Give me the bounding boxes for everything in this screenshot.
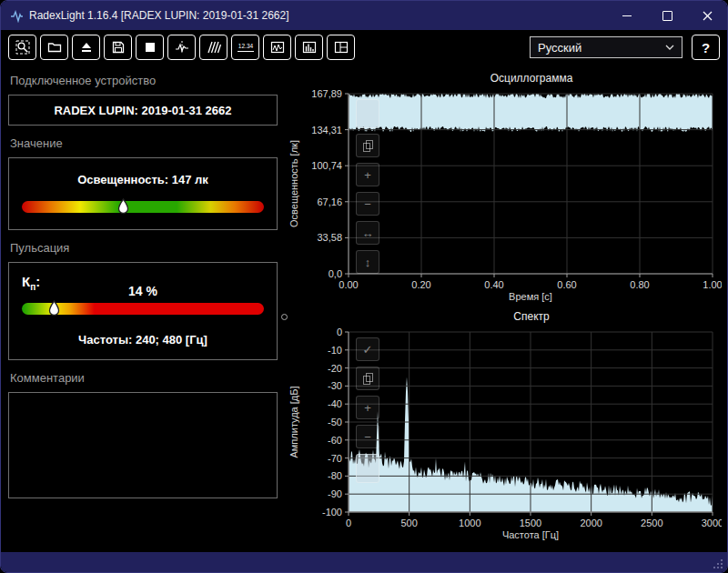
- x-tick-label: 2500: [641, 518, 662, 528]
- app-window: RadexLight 1.16.4 [RADEX LUPIN: 2019-01-…: [0, 0, 728, 573]
- zoom-in-icon: +: [364, 401, 371, 415]
- x-tick-label: 0.20: [411, 279, 430, 290]
- close-button[interactable]: [687, 1, 727, 30]
- device-section-header: Подключенное устройство: [10, 74, 278, 87]
- svg-text:12.34: 12.34: [238, 43, 253, 49]
- x-axis-title: Частота [Гц]: [502, 529, 559, 540]
- resize-grip[interactable]: [713, 558, 723, 569]
- zoom-in-tool-button[interactable]: +: [356, 163, 379, 186]
- illuminance-marker: [117, 198, 129, 215]
- spectrum-chart-toolbar: ✓ + −: [356, 337, 379, 483]
- y-tick-label: -90: [328, 488, 342, 499]
- close-icon: [703, 11, 713, 21]
- pulsation-marker: [48, 300, 60, 317]
- x-tick-label: 500: [400, 518, 417, 528]
- y-tick-label: -80: [328, 470, 342, 481]
- y-tick-label: 0: [337, 327, 342, 337]
- device-name-box: RADEX LUPIN: 2019-01-31 2662: [8, 95, 278, 126]
- main-content: Подключенное устройство RADEX LUPIN: 201…: [1, 65, 727, 552]
- copy-icon: [363, 140, 373, 152]
- device-name: RADEX LUPIN: 2019-01-31 2662: [54, 104, 231, 117]
- y-tick-label: 33,58: [317, 232, 342, 243]
- illuminance-reading: Освещенность: 147 лк: [22, 173, 264, 186]
- oscillogram-view-button[interactable]: [263, 35, 291, 60]
- zoom-in-icon: +: [364, 168, 371, 182]
- open-folder-icon: [47, 40, 62, 55]
- oscillogram-title: Осциллограмма: [285, 72, 722, 86]
- oscillogram-icon: [270, 40, 285, 55]
- kp-row: Кп: 14 %: [22, 272, 264, 303]
- y-tick-label: -10: [328, 345, 342, 356]
- eject-icon: [79, 40, 94, 55]
- x-tick-label: 0.40: [484, 279, 503, 290]
- zoom-out-icon: −: [364, 197, 371, 211]
- y-tick-label: -50: [328, 417, 342, 427]
- y-tick-label: 100,74: [311, 160, 342, 171]
- save-icon: [111, 40, 126, 55]
- chart-series: [349, 94, 713, 132]
- check-tool-button[interactable]: ✓: [356, 337, 379, 361]
- y-tick-label: 167,89: [311, 88, 342, 99]
- statusbar: [1, 552, 727, 572]
- fit-vertical-tool-button[interactable]: ↕: [356, 250, 379, 274]
- zoom-out-icon: −: [364, 430, 371, 444]
- indicator-dot: [281, 314, 288, 320]
- pulsation-scale-bar: [22, 303, 264, 315]
- oscillogram-chart[interactable]: 0.000.200.400.600.801.000,033,5867,16100…: [285, 86, 722, 305]
- open-button[interactable]: [40, 35, 68, 60]
- comments-input[interactable]: [8, 392, 278, 498]
- zoom-out-tool-button[interactable]: −: [356, 192, 379, 216]
- x-tick-label: 0: [346, 518, 351, 528]
- comments-section-header: Комментарии: [10, 371, 278, 385]
- x-tick-label: 3000: [702, 518, 722, 528]
- copy-icon: [363, 373, 373, 385]
- toolbar: 12.34 Русский ?: [1, 30, 727, 65]
- x-tick-label: 2000: [580, 518, 602, 528]
- minimize-button[interactable]: [607, 1, 647, 30]
- sweep-button[interactable]: [199, 35, 228, 60]
- copy-tool-button[interactable]: [356, 367, 379, 390]
- pulsation-section-header: Пульсация: [10, 241, 278, 255]
- y-tick-label: -20: [328, 363, 342, 374]
- illuminance-scale-bar: [22, 201, 264, 213]
- oscillogram-chart-toolbar: + − ↔ ↕: [356, 99, 379, 274]
- kp-value: 14 %: [22, 272, 264, 298]
- help-button[interactable]: ?: [692, 35, 720, 60]
- zoom-in-tool-button[interactable]: +: [356, 396, 379, 419]
- numeric-view-button[interactable]: 12.34: [231, 35, 259, 60]
- zoom-out-tool-button[interactable]: −: [356, 425, 379, 448]
- numeric-display-icon: 12.34: [235, 40, 257, 55]
- chevron-down-icon: [665, 45, 674, 50]
- spectrum-chart[interactable]: 0500100015002000250030000-10-20-30-40-50…: [285, 325, 722, 543]
- frequencies-reading: Частоты: 240; 480 [Гц]: [22, 333, 264, 347]
- charts-panel: Осциллограмма 0.000.200.400.600.801.000,…: [285, 70, 720, 552]
- fit-horizontal-tool-button[interactable]: ↔: [356, 221, 379, 245]
- save-button[interactable]: [104, 35, 132, 60]
- fit-horizontal-icon: ↔: [362, 226, 374, 240]
- language-value: Русский: [538, 41, 665, 55]
- select-tool-button[interactable]: [356, 99, 379, 128]
- check-icon: ✓: [363, 343, 373, 357]
- left-panel: Подключенное устройство RADEX LUPIN: 201…: [8, 70, 278, 552]
- spectrum-view-button[interactable]: [295, 35, 323, 60]
- layout-button[interactable]: [327, 35, 355, 60]
- language-select[interactable]: Русский: [530, 36, 682, 58]
- x-tick-label: 1.00: [703, 279, 722, 290]
- copy-tool-button[interactable]: [356, 134, 379, 157]
- window-controls: [607, 1, 727, 30]
- minimize-icon: [622, 15, 632, 16]
- y-tick-label: 0,0: [329, 268, 342, 279]
- titlebar[interactable]: RadexLight 1.16.4 [RADEX LUPIN: 2019-01-…: [1, 1, 727, 30]
- y-tick-label: -30: [328, 380, 342, 391]
- maximize-button[interactable]: [647, 1, 687, 30]
- help-label: ?: [702, 40, 710, 55]
- eject-button[interactable]: [72, 35, 100, 60]
- window-title: RadexLight 1.16.4 [RADEX LUPIN: 2019-01-…: [29, 9, 289, 22]
- zoom-button[interactable]: [8, 35, 36, 60]
- stop-button[interactable]: [136, 35, 164, 60]
- x-tick-label: 1000: [459, 518, 480, 528]
- waveform-cursor-icon: [175, 40, 189, 55]
- marker-button[interactable]: [167, 35, 196, 60]
- value-section-header: Значение: [10, 136, 278, 150]
- pan-tool-button[interactable]: [356, 454, 379, 483]
